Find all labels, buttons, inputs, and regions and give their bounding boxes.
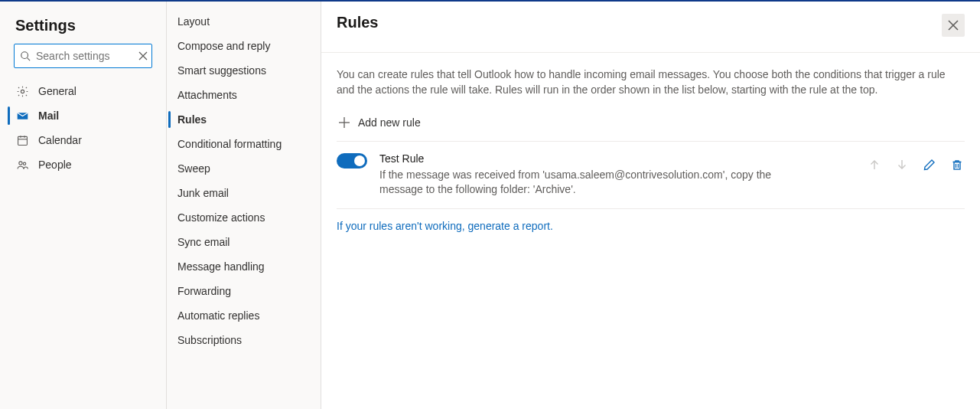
rule-name: Test Rule: [379, 152, 861, 165]
subnav-item-compose[interactable]: Compose and reply: [167, 34, 321, 58]
gear-icon: [15, 84, 29, 98]
subnav-label: Automatic replies: [177, 309, 259, 322]
svg-point-9: [18, 161, 21, 164]
mail-icon: [15, 109, 29, 123]
svg-line-1: [28, 58, 31, 61]
close-icon: [947, 19, 959, 31]
subnav-label: Message handling: [177, 260, 265, 273]
subnav-label: Smart suggestions: [177, 64, 266, 77]
settings-title: Settings: [0, 14, 166, 44]
nav-item-people[interactable]: People: [0, 152, 166, 177]
add-rule-label: Add new rule: [358, 116, 421, 129]
rule-enabled-toggle[interactable]: [337, 153, 367, 169]
subnav-label: Layout: [177, 15, 210, 28]
nav-item-label: Calendar: [38, 134, 82, 146]
svg-rect-5: [18, 136, 27, 145]
mail-settings-subnav: Layout Compose and reply Smart suggestio…: [167, 2, 321, 409]
add-rule-button[interactable]: Add new rule: [337, 113, 422, 132]
search-input[interactable]: [14, 44, 152, 68]
subnav-label: Sync email: [177, 236, 230, 248]
move-rule-down-button[interactable]: [894, 157, 910, 172]
subnav-label: Customize actions: [177, 211, 265, 224]
trash-icon: [951, 159, 963, 171]
delete-rule-button[interactable]: [949, 157, 965, 172]
subnav-item-rules[interactable]: Rules: [167, 107, 321, 132]
rules-description: You can create rules that tell Outlook h…: [337, 67, 949, 98]
subnav-item-automatic-replies[interactable]: Automatic replies: [167, 303, 321, 328]
subnav-label: Subscriptions: [177, 334, 242, 346]
subnav-label: Junk email: [177, 187, 229, 199]
close-button[interactable]: [942, 14, 965, 37]
svg-point-10: [23, 162, 25, 165]
subnav-item-message-handling[interactable]: Message handling: [167, 254, 321, 279]
rules-title: Rules: [337, 14, 378, 31]
subnav-label: Sweep: [177, 162, 210, 175]
nav-item-calendar[interactable]: Calendar: [0, 128, 166, 152]
search-icon: [20, 51, 31, 61]
nav-item-general[interactable]: General: [0, 79, 166, 103]
subnav-item-attachments[interactable]: Attachments: [167, 83, 321, 107]
nav-item-label: People: [38, 159, 72, 171]
arrow-down-icon: [896, 159, 908, 171]
subnav-item-customize-actions[interactable]: Customize actions: [167, 205, 321, 230]
rule-actions: [867, 152, 965, 172]
subnav-label: Rules: [177, 113, 207, 126]
plus-icon: [338, 116, 350, 129]
subnav-item-smart-suggestions[interactable]: Smart suggestions: [167, 58, 321, 83]
subnav-label: Compose and reply: [177, 40, 270, 52]
move-rule-up-button[interactable]: [867, 157, 882, 172]
nav-item-label: General: [38, 85, 77, 97]
rule-description: If the message was received from 'usama.…: [379, 168, 777, 198]
generate-report-link[interactable]: If your rules aren't working, generate a…: [337, 220, 553, 232]
rule-text: Test Rule If the message was received fr…: [379, 152, 861, 198]
settings-search-wrap: [14, 44, 152, 68]
subnav-item-forwarding[interactable]: Forwarding: [167, 279, 321, 303]
settings-sidebar: Settings General: [0, 2, 167, 409]
arrow-up-icon: [868, 159, 881, 171]
subnav-label: Attachments: [177, 89, 237, 101]
edit-rule-button[interactable]: [922, 157, 937, 172]
subnav-item-sweep[interactable]: Sweep: [167, 156, 321, 181]
pencil-icon: [923, 159, 936, 171]
add-rule-row: Add new rule: [337, 113, 965, 142]
subnav-item-sync-email[interactable]: Sync email: [167, 230, 321, 254]
svg-point-4: [21, 90, 24, 93]
subnav-label: Forwarding: [177, 285, 231, 297]
subnav-item-conditional-formatting[interactable]: Conditional formatting: [167, 132, 321, 156]
svg-point-0: [21, 52, 28, 59]
subnav-item-subscriptions[interactable]: Subscriptions: [167, 328, 321, 352]
calendar-icon: [15, 133, 29, 147]
people-icon: [15, 158, 29, 172]
subnav-item-layout[interactable]: Layout: [167, 9, 321, 34]
clear-search-icon[interactable]: [138, 51, 148, 61]
svg-rect-17: [954, 162, 960, 169]
rules-header: Rules: [321, 2, 980, 53]
subnav-item-junk-email[interactable]: Junk email: [167, 181, 321, 205]
settings-nav: General Mail Calendar: [0, 79, 166, 177]
rules-panel: Rules You can create rules that tell Out…: [321, 2, 980, 409]
subnav-label: Conditional formatting: [177, 138, 282, 150]
rules-body: You can create rules that tell Outlook h…: [321, 53, 980, 409]
nav-item-label: Mail: [38, 110, 59, 122]
nav-item-mail[interactable]: Mail: [0, 103, 166, 128]
rule-row: Test Rule If the message was received fr…: [337, 142, 965, 209]
